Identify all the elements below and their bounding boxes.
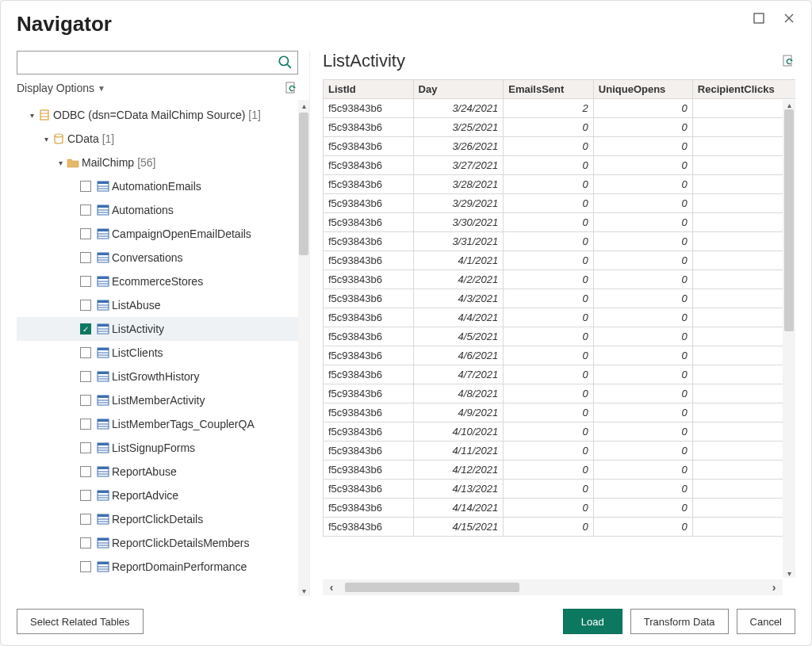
tree-checkbox[interactable] xyxy=(80,537,91,549)
close-icon[interactable] xyxy=(783,12,795,28)
expand-toggle-icon[interactable]: ▾ xyxy=(40,135,52,143)
select-related-tables-button[interactable]: Select Related Tables xyxy=(17,609,144,634)
tree-checkbox[interactable] xyxy=(80,347,91,358)
column-header-recipientclicks[interactable]: RecipientClicks xyxy=(692,80,795,99)
tree-table-automations[interactable]: Automations xyxy=(17,198,309,222)
table-row[interactable]: f5c93843b63/28/2021000 xyxy=(324,175,796,194)
tree-checkbox[interactable] xyxy=(80,276,91,287)
column-header-listid[interactable]: ListId xyxy=(324,80,414,99)
search-input[interactable] xyxy=(17,51,298,75)
table-row[interactable]: f5c93843b64/15/2021000 xyxy=(324,518,796,537)
tree-table-listsignupforms[interactable]: ListSignupForms xyxy=(17,436,309,460)
table-row[interactable]: f5c93843b64/14/2021000 xyxy=(324,499,796,518)
expand-toggle-icon[interactable]: ▾ xyxy=(26,111,37,120)
tree-vertical-scrollbar[interactable]: ▴ ▾ xyxy=(298,100,309,596)
table-vertical-scrollbar[interactable]: ▴ ▾ xyxy=(783,100,795,578)
scroll-right-arrow-icon[interactable]: › xyxy=(765,581,783,594)
cell-recipientclicks xyxy=(692,156,795,175)
tree-item-label: ListAbuse xyxy=(112,299,160,312)
tree-table-reportabuse[interactable]: ReportAbuse xyxy=(17,460,309,484)
table-row[interactable]: f5c93843b64/10/2021000 xyxy=(324,422,796,441)
tree-table-conversations[interactable]: Conversations xyxy=(17,246,309,269)
tree-checkbox[interactable] xyxy=(80,395,91,406)
table-row[interactable]: f5c93843b64/12/2021000 xyxy=(324,461,796,480)
tree-table-listmemberactivity[interactable]: ListMemberActivity xyxy=(17,388,309,412)
tree-table-reportdomainperformance[interactable]: ReportDomainPerformance xyxy=(17,555,309,579)
tree-table-listactivity[interactable]: ✓ListActivity xyxy=(17,317,309,341)
table-row[interactable]: f5c93843b64/7/2021000 xyxy=(324,365,796,384)
tree-checkbox[interactable] xyxy=(80,561,91,572)
table-row[interactable]: f5c93843b64/4/2021000 xyxy=(324,308,796,327)
cell-emailssent: 0 xyxy=(504,499,594,518)
tree-table-reportclickdetails[interactable]: ReportClickDetails xyxy=(17,507,309,531)
table-row[interactable]: f5c93843b64/5/2021000 xyxy=(324,327,796,346)
tree-table-automationemails[interactable]: AutomationEmails xyxy=(17,174,309,198)
tree-table-listabuse[interactable]: ListAbuse xyxy=(17,293,309,317)
tree-checkbox[interactable] xyxy=(80,514,91,525)
scroll-up-arrow-icon[interactable]: ▴ xyxy=(783,100,795,109)
tree-item-label: ListMemberActivity xyxy=(112,394,205,407)
scroll-down-arrow-icon[interactable]: ▾ xyxy=(298,585,309,596)
tree-checkbox[interactable] xyxy=(80,466,91,477)
table-row[interactable]: f5c93843b63/25/2021000 xyxy=(324,118,796,137)
table-row[interactable]: f5c93843b64/13/2021000 xyxy=(324,480,796,499)
refresh-icon[interactable] xyxy=(284,81,298,95)
transform-data-button[interactable]: Transform Data xyxy=(630,609,729,634)
tree-table-reportadvice[interactable]: ReportAdvice xyxy=(17,484,309,507)
tree-table-reportclickdetailsmembers[interactable]: ReportClickDetailsMembers xyxy=(17,531,309,555)
tree-checkbox[interactable] xyxy=(80,419,91,430)
preview-refresh-icon[interactable] xyxy=(781,54,795,68)
cell-uniqueopens: 0 xyxy=(593,499,692,518)
tree-checkbox[interactable] xyxy=(80,228,91,239)
table-row[interactable]: f5c93843b63/24/2021200 xyxy=(324,99,796,118)
table-row[interactable]: f5c93843b64/1/2021000 xyxy=(324,251,796,270)
table-row[interactable]: f5c93843b63/30/2021000 xyxy=(324,213,796,232)
load-button[interactable]: Load xyxy=(563,609,622,634)
table-row[interactable]: f5c93843b63/27/2021000 xyxy=(324,156,796,175)
cancel-button[interactable]: Cancel xyxy=(737,609,795,634)
expand-toggle-icon[interactable]: ▾ xyxy=(55,159,66,167)
scroll-thumb[interactable] xyxy=(345,583,519,592)
tree-table-ecommercestores[interactable]: EcommerceStores xyxy=(17,269,309,293)
tree-checkbox[interactable] xyxy=(80,442,91,453)
table-horizontal-scrollbar[interactable]: ‹ › xyxy=(323,579,783,595)
table-row[interactable]: f5c93843b64/9/2021000 xyxy=(324,403,796,422)
table-row[interactable]: f5c93843b63/26/2021000 xyxy=(324,137,796,156)
table-icon xyxy=(96,181,110,192)
tree-folder-mailchimp[interactable]: ▾MailChimp[56] xyxy=(17,151,309,174)
table-row[interactable]: f5c93843b64/6/2021000 xyxy=(324,346,796,365)
table-row[interactable]: f5c93843b64/2/2021000 xyxy=(324,270,796,289)
tree-checkbox[interactable] xyxy=(80,181,91,192)
table-row[interactable]: f5c93843b63/29/2021000 xyxy=(324,194,796,213)
table-row[interactable]: f5c93843b63/31/2021000 xyxy=(324,232,796,251)
table-row[interactable]: f5c93843b64/11/2021000 xyxy=(324,441,796,461)
tree-checkbox[interactable] xyxy=(80,300,91,311)
tree-table-campaignopenemaildetails[interactable]: CampaignOpenEmailDetails xyxy=(17,222,309,246)
display-options-row: Display Options ▼ xyxy=(17,81,309,95)
maximize-icon[interactable] xyxy=(753,12,765,28)
column-header-emailssent[interactable]: EmailsSent xyxy=(504,80,594,99)
tree-table-listgrowthhistory[interactable]: ListGrowthHistory xyxy=(17,365,309,388)
scroll-thumb[interactable] xyxy=(784,109,794,331)
tree-checkbox[interactable]: ✓ xyxy=(80,323,91,334)
tree-root-odbc[interactable]: ▾ODBC (dsn=CData MailChimp Source)[1] xyxy=(17,103,309,127)
tree-item-label: Automations xyxy=(112,204,174,216)
table-row[interactable]: f5c93843b64/3/2021000 xyxy=(324,289,796,308)
tree-table-listmembertags_couplerqa[interactable]: ListMemberTags_CouplerQA xyxy=(17,412,309,436)
scroll-track[interactable] xyxy=(340,583,765,592)
column-header-day[interactable]: Day xyxy=(413,80,504,99)
table-row[interactable]: f5c93843b64/8/2021000 xyxy=(324,384,796,403)
scroll-up-arrow-icon[interactable]: ▴ xyxy=(298,100,309,111)
tree-checkbox[interactable] xyxy=(80,205,91,216)
display-options-dropdown[interactable]: Display Options ▼ xyxy=(17,82,284,94)
tree-table-listclients[interactable]: ListClients xyxy=(17,341,309,365)
tree-checkbox[interactable] xyxy=(80,252,91,263)
tree-schema-cdata[interactable]: ▾CData[1] xyxy=(17,127,309,151)
scroll-thumb[interactable] xyxy=(299,113,308,255)
tree-checkbox[interactable] xyxy=(80,371,91,382)
scroll-down-arrow-icon[interactable]: ▾ xyxy=(783,568,795,578)
tree-checkbox[interactable] xyxy=(80,490,91,501)
scroll-left-arrow-icon[interactable]: ‹ xyxy=(323,581,340,594)
column-header-uniqueopens[interactable]: UniqueOpens xyxy=(593,80,692,99)
cell-uniqueopens: 0 xyxy=(593,270,692,289)
